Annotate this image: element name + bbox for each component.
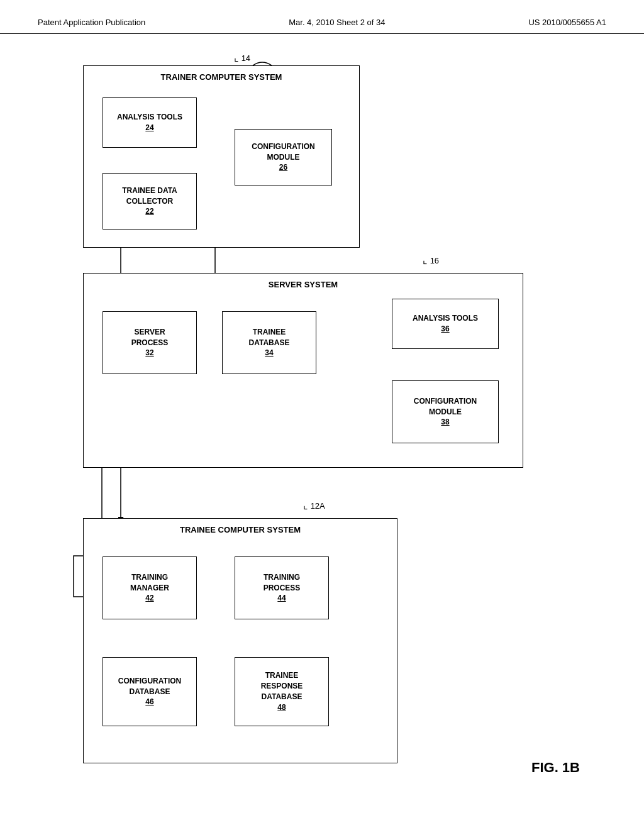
training-manager-box: TRAININGMANAGER 42 [103, 556, 197, 619]
server-process-box: SERVERPROCESS 32 [103, 311, 197, 374]
configuration-database-ref: 46 [145, 697, 153, 707]
configuration-database-box: CONFIGURATIONDATABASE 46 [103, 657, 197, 726]
ref-12a-label: ⌞ 12A [303, 499, 325, 511]
trainee-database-box: TRAINEEDATABASE 34 [222, 311, 316, 374]
config-module-38-ref: 38 [441, 417, 449, 428]
server-system-label: SERVER SYSTEM [269, 280, 338, 289]
server-process-label: SERVERPROCESS [131, 327, 169, 348]
config-module-38-box: CONFIGURATIONMODULE 38 [392, 380, 499, 443]
trainee-data-collector-label: TRAINEE DATACOLLECTOR [122, 185, 177, 207]
header-center: Mar. 4, 2010 Sheet 2 of 34 [289, 18, 385, 27]
trainee-response-database-box: TRAINEERESPONSEDATABASE 48 [235, 657, 329, 726]
training-process-box: TRAININGPROCESS 44 [235, 556, 329, 619]
config-module-38-label: CONFIGURATIONMODULE [414, 396, 477, 418]
trainee-system-label: TRAINEE COMPUTER SYSTEM [180, 525, 301, 534]
config-module-26-label: CONFIGURATIONMODULE [252, 141, 314, 163]
trainee-response-database-ref: 48 [277, 702, 286, 713]
configuration-database-label: CONFIGURATIONDATABASE [118, 676, 181, 697]
training-manager-ref: 42 [145, 593, 153, 604]
server-process-ref: 32 [145, 348, 153, 358]
page-header: Patent Application Publication Mar. 4, 2… [0, 0, 644, 34]
analysis-tools-36-box: ANALYSIS TOOLS 36 [392, 299, 499, 349]
training-process-ref: 44 [277, 593, 286, 604]
fig-label: FIG. 1B [531, 760, 580, 776]
trainee-database-ref: 34 [265, 348, 273, 358]
ref-16-label: ⌞ 16 [423, 254, 439, 266]
analysis-tools-36-ref: 36 [441, 324, 449, 335]
training-process-label: TRAININGPROCESS [264, 572, 301, 594]
training-manager-label: TRAININGMANAGER [130, 572, 169, 594]
trainee-computer-system-container: TRAINEE COMPUTER SYSTEM TRAININGMANAGER … [83, 518, 397, 763]
analysis-tools-24-label: ANALYSIS TOOLS [117, 112, 182, 123]
trainer-computer-system-container: TRAINER COMPUTER SYSTEM ANALYSIS TOOLS 2… [83, 65, 360, 248]
trainee-database-label: TRAINEEDATABASE [249, 327, 290, 348]
trainee-data-collector-ref: 22 [145, 206, 153, 217]
config-module-26-box: CONFIGURATIONMODULE 26 [235, 129, 332, 185]
analysis-tools-36-label: ANALYSIS TOOLS [413, 313, 478, 324]
analysis-tools-24-ref: 24 [145, 123, 153, 133]
config-module-26-ref: 26 [279, 162, 287, 173]
header-left: Patent Application Publication [38, 18, 145, 27]
diagram-area: ⌞ 14 TRAINER COMPUTER SYSTEM ANALYSIS TO… [39, 47, 605, 788]
ref-14-label: ⌞ 14 [234, 52, 250, 64]
header-right: US 2010/0055655 A1 [528, 18, 606, 27]
analysis-tools-24-box: ANALYSIS TOOLS 24 [103, 97, 197, 148]
trainee-response-database-label: TRAINEERESPONSEDATABASE [261, 670, 303, 702]
trainee-data-collector-box: TRAINEE DATACOLLECTOR 22 [103, 173, 197, 230]
trainer-system-label: TRAINER COMPUTER SYSTEM [161, 72, 282, 82]
server-system-container: SERVER SYSTEM SERVERPROCESS 32 TRAINEEDA… [83, 273, 523, 468]
